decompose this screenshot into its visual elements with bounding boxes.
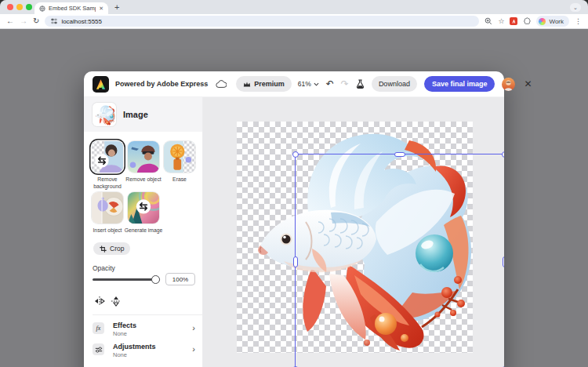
editor-header: Powered by Adobe Express Premium 61% xyxy=(84,71,504,97)
tool-remove-object[interactable] xyxy=(128,141,159,173)
crop-label: Crop xyxy=(110,245,124,253)
tool-label: Remove background xyxy=(87,176,128,190)
zoom-control[interactable]: 61% xyxy=(298,80,319,88)
image-section-header: Image xyxy=(84,97,202,132)
undo-icon[interactable]: ↶ xyxy=(326,79,334,89)
adobe-extension-icon[interactable] xyxy=(510,17,517,25)
globe-icon xyxy=(39,5,45,12)
extensions-puzzle-icon[interactable] xyxy=(523,17,531,25)
adjustments-value: None xyxy=(113,351,127,358)
resize-handle-right[interactable] xyxy=(503,256,505,267)
crown-icon xyxy=(243,81,251,88)
profile-avatar xyxy=(539,18,546,25)
chevron-down-icon xyxy=(314,82,319,86)
adjustments-title: Adjustments xyxy=(113,343,156,351)
maximize-window-button[interactable] xyxy=(26,4,32,10)
forward-icon[interactable]: → xyxy=(20,17,27,25)
panel-title: Image xyxy=(123,110,148,119)
browser-tab[interactable]: Embed SDK Sample ✕ xyxy=(34,2,108,14)
close-window-button[interactable] xyxy=(7,4,13,10)
browser-window: Embed SDK Sample ✕ + ⌄ ← → ↻ localhost:5… xyxy=(0,0,588,367)
sliders-icon xyxy=(93,343,104,355)
editor-canvas[interactable]: ↻ xyxy=(203,97,504,367)
opacity-value-input[interactable] xyxy=(165,273,195,285)
tab-close-icon[interactable]: ✕ xyxy=(99,5,103,11)
tab-strip: Embed SDK Sample ✕ + ⌄ xyxy=(0,0,588,14)
url-bar: ← → ↻ localhost:5555 ☆ Work ⋮ xyxy=(0,14,588,29)
minimize-window-button[interactable] xyxy=(16,4,23,10)
tool-insert-object[interactable] xyxy=(92,192,123,223)
opacity-slider-track[interactable] xyxy=(93,278,160,281)
save-final-image-button[interactable]: Save final image xyxy=(424,76,495,92)
image-thumbnail[interactable] xyxy=(93,103,116,126)
premium-button[interactable]: Premium xyxy=(236,76,292,92)
tool-label: Erase xyxy=(159,176,200,183)
address-field[interactable]: localhost:5555 xyxy=(45,16,479,27)
adjustments-row[interactable]: Adjustments None › xyxy=(84,342,202,362)
powered-by-label: Powered by Adobe Express xyxy=(115,80,208,88)
tab-title: Embed SDK Sample xyxy=(49,5,96,12)
resize-handle-top[interactable] xyxy=(394,152,405,157)
cloud-sync-icon[interactable] xyxy=(216,80,227,89)
effects-row[interactable]: fx Effects None › xyxy=(84,321,202,341)
tool-generate-image[interactable] xyxy=(128,192,159,223)
chevron-right-icon: › xyxy=(192,344,195,354)
site-settings-icon[interactable] xyxy=(51,18,57,24)
download-label: Download xyxy=(379,80,410,88)
tool-label: Generate image xyxy=(123,227,164,234)
save-label: Save final image xyxy=(432,80,488,88)
selection-box[interactable]: ↻ xyxy=(295,154,504,367)
header-right-group: 61% ↶ ↷ Download Save f xyxy=(298,76,532,92)
modal-backdrop: Powered by Adobe Express Premium 61% xyxy=(0,29,588,367)
flask-icon[interactable] xyxy=(356,79,365,89)
user-avatar[interactable] xyxy=(502,78,515,91)
download-button[interactable]: Download xyxy=(372,76,417,92)
browser-menu-icon[interactable]: ⋮ xyxy=(575,17,582,25)
flip-vertical-icon[interactable] xyxy=(111,296,122,307)
zoom-page-icon[interactable] xyxy=(485,17,492,25)
resize-handle-top-right[interactable] xyxy=(502,151,505,158)
adobe-express-logo xyxy=(93,76,109,93)
opacity-label: Opacity xyxy=(93,264,115,272)
express-editor-modal: Powered by Adobe Express Premium 61% xyxy=(84,71,504,367)
flip-horizontal-icon[interactable] xyxy=(94,296,105,307)
profile-chip[interactable]: Work xyxy=(536,16,569,27)
effects-value: None xyxy=(113,330,127,337)
bookmark-star-icon[interactable]: ☆ xyxy=(498,18,504,25)
zoom-value: 61% xyxy=(298,80,311,88)
redo-icon[interactable]: ↷ xyxy=(341,79,349,89)
image-tools-panel: Image xyxy=(84,97,203,367)
crop-button[interactable]: Crop xyxy=(93,242,130,255)
new-tab-button[interactable]: + xyxy=(114,2,119,13)
tool-label: Insert object xyxy=(87,227,128,234)
reload-icon[interactable]: ↻ xyxy=(33,17,39,25)
resize-handle-top-left[interactable] xyxy=(292,151,299,158)
url-text: localhost:5555 xyxy=(61,18,102,25)
panel-divider xyxy=(93,314,202,315)
fx-icon: fx xyxy=(93,322,104,334)
tool-remove-background[interactable] xyxy=(92,141,123,173)
resize-handle-left[interactable] xyxy=(293,256,298,267)
profile-label: Work xyxy=(549,18,564,25)
back-icon[interactable]: ← xyxy=(6,17,14,25)
tool-label: Remove object xyxy=(123,176,164,183)
effects-title: Effects xyxy=(113,322,136,329)
transparent-artboard[interactable]: ↻ xyxy=(237,122,473,353)
opacity-slider-handle[interactable] xyxy=(151,275,160,284)
tab-search-chevron-icon[interactable]: ⌄ xyxy=(570,3,581,12)
close-editor-icon[interactable]: ✕ xyxy=(524,78,532,89)
crop-icon xyxy=(100,245,107,253)
tool-erase[interactable] xyxy=(164,141,195,173)
chevron-right-icon: › xyxy=(192,323,195,332)
premium-label: Premium xyxy=(254,80,285,88)
